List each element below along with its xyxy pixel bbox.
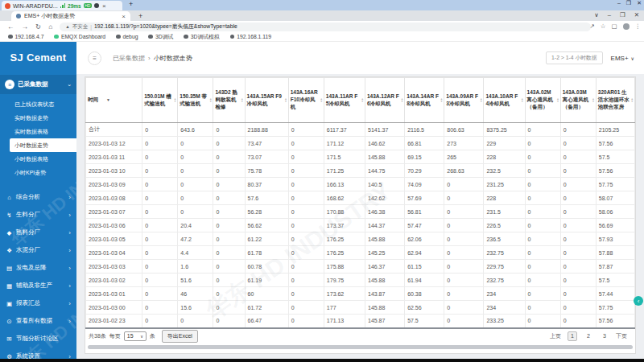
column-header[interactable]: 143D2 熟料散装机检修▲▼	[213, 78, 245, 123]
tab-favicon	[16, 14, 21, 19]
column-header[interactable]: 143A.16AR F10冷却风机▲▼	[288, 78, 324, 123]
cell-value: 232.75	[484, 246, 525, 260]
maximize-icon[interactable]: ❐	[626, 0, 631, 6]
sidebar-item[interactable]: ▦辅助及非生产›	[0, 277, 76, 294]
cell-value: 0	[560, 137, 596, 150]
bookmark-label: EMQX Dashboard	[61, 34, 105, 39]
back-icon[interactable]: ←	[7, 23, 14, 31]
column-header[interactable]: 143A.12AR F6冷却风机▲▼	[365, 78, 404, 123]
chevron-down-icon[interactable]: ∨	[594, 11, 599, 19]
page-button[interactable]: 3	[600, 331, 609, 341]
cell-value: 0	[288, 232, 324, 246]
column-header[interactable]: 320AR01 生活水池循环水池联合泵房▲▼	[596, 78, 634, 123]
bookmark-item[interactable]: 3D调试模拟	[184, 33, 219, 41]
column-header-time[interactable]: 时间▼	[86, 78, 142, 123]
collapse-toggle-button[interactable]: ‹	[634, 296, 643, 306]
minimize-icon[interactable]: –	[608, 11, 611, 19]
sort-icon: ▲▼	[209, 97, 212, 103]
user-menu[interactable]: EMS+ ∨	[611, 55, 634, 62]
bookmark-star-icon[interactable]: ☆	[601, 23, 606, 30]
sidebar-section-collected-data[interactable]: ≡ 已采集数据 ⌄	[0, 75, 76, 94]
bolt-icon: ↯	[6, 212, 13, 219]
sidebar-item[interactable]: ⌂综合分析›	[0, 188, 76, 206]
bookmark-item[interactable]: 192.168.1.119	[230, 34, 271, 39]
hamburger-menu-icon[interactable]: ≡	[88, 51, 101, 65]
column-header[interactable]: 143A.11AR F5冷却风机▲▼	[324, 78, 365, 123]
cell-value: 0	[288, 260, 324, 274]
chevron-right-icon: ›	[68, 247, 71, 254]
close-icon[interactable]: ✕	[637, 0, 642, 6]
cell-value: 61.22	[245, 232, 288, 246]
cell-value: 0	[178, 178, 213, 191]
column-header[interactable]: 143A.10AR F4冷却风机▲▼	[484, 78, 525, 123]
page-button[interactable]: 1	[568, 331, 577, 341]
column-header[interactable]: 143A.15AR F9冷却风机▲▼	[245, 78, 288, 123]
column-label: 143A.11AR F5冷却风机	[326, 93, 363, 108]
remote-desktop-tab[interactable]: WIN-ARADFDU... 29ms HD ×	[2, 1, 122, 10]
breadcrumb-root[interactable]: 已采集数据	[113, 54, 145, 63]
close-icon[interactable]: ✕	[634, 11, 639, 19]
maximize-icon[interactable]: ❐	[620, 11, 625, 19]
bookmarks-bar: 192.168.4.7EMQX Dashboarddebug3D调试3D调试模拟…	[0, 32, 644, 42]
browser-menu-icon[interactable]: ⋮	[635, 23, 642, 30]
windows-taskbar	[0, 359, 644, 362]
cell-value: 0	[142, 150, 178, 164]
bookmark-item[interactable]: 3D调试	[148, 33, 173, 41]
profile-avatar[interactable]	[623, 23, 630, 30]
sidebar-item[interactable]: ↯生料分厂›	[0, 206, 76, 224]
column-header[interactable]: 150.01M 槽式输送机▲▼	[142, 78, 178, 123]
close-session-icon[interactable]: ×	[102, 2, 106, 10]
sidebar-subitem[interactable]: 实时数据表格	[0, 125, 76, 138]
sidebar-subitem[interactable]: 小时数据表格	[0, 152, 76, 166]
sidebar-subitem[interactable]: 小时KPI走势	[0, 166, 76, 179]
sidebar-item[interactable]: ▣报表汇总›	[0, 294, 76, 312]
bookmark-item[interactable]: EMQX Dashboard	[54, 34, 105, 39]
new-tab-button[interactable]: +	[138, 12, 142, 20]
home-icon[interactable]: ⌂	[48, 23, 52, 31]
reload-icon[interactable]: ↻	[35, 23, 41, 31]
page-button[interactable]: 2	[584, 331, 593, 341]
column-header[interactable]: 150.35M 带式输送机▲▼	[178, 78, 213, 123]
sidebar-subitem[interactable]: 小时数据走势	[10, 138, 76, 152]
sidebar-item[interactable]: ▤发电及总降›	[0, 259, 76, 277]
prev-page-button[interactable]: 上页	[550, 332, 561, 340]
sidebar-item[interactable]: ❖水泥分厂›	[0, 241, 76, 259]
url-input[interactable]: ▲ 不安全 | 192.168.1.119/?p=1020&typee=磨头低压…	[60, 23, 591, 31]
cell-value: 0	[560, 191, 596, 205]
new-session-button[interactable]: +	[129, 0, 133, 8]
column-header[interactable]: 143A.14AR F8冷却风机▲▼	[405, 78, 444, 123]
export-excel-button[interactable]: 导出Excel	[162, 330, 198, 343]
close-tab-icon[interactable]: ×	[122, 13, 126, 20]
user-menu-label: EMS+	[611, 55, 629, 62]
bookmark-item[interactable]: 192.168.4.7	[8, 34, 43, 39]
column-header[interactable]: 143A.02M 离心通风机（备用）▲▼	[525, 78, 560, 123]
cell-value: 0	[178, 150, 213, 164]
sort-icon: ▲▼	[556, 97, 559, 103]
sidebar-item[interactable]: ⚙系统设置›	[0, 348, 76, 359]
sidebar-subitem[interactable]: 实时数据走势	[0, 111, 76, 125]
cell-value: 0	[213, 287, 245, 301]
cell-value: 0	[288, 178, 324, 191]
cell-value: 57.5	[405, 315, 444, 328]
sidebar-item[interactable]: ⊙查看所有数据›	[0, 312, 76, 330]
cell-value: 6117.37	[324, 123, 365, 137]
horizontal-scrollbar[interactable]	[88, 345, 633, 349]
cell-value: 0	[213, 123, 245, 137]
sidebar-item[interactable]: ◆熟料分厂›	[0, 224, 76, 241]
forward-icon[interactable]: →	[22, 23, 29, 31]
aux-icon: ▦	[6, 282, 13, 290]
sidebar-subitem[interactable]: 已上线仪表状态	[0, 97, 76, 111]
column-header[interactable]: 143A.09AR F3冷却风机▲▼	[444, 78, 484, 123]
column-header[interactable]: 143A.03M 离心通风机（备用）▲▼	[560, 78, 596, 123]
side-panel-icon[interactable]: ▢	[611, 23, 617, 30]
browser-tab[interactable]: EMS+ 小时数据走势 ×	[11, 11, 130, 21]
range-selector[interactable]: 1-2 > 1-4 小时数据	[546, 51, 602, 64]
next-page-button[interactable]: 下页	[616, 332, 627, 340]
share-icon[interactable]: ↗	[589, 23, 594, 30]
minimize-icon[interactable]: –	[617, 0, 621, 6]
cell-value: 0	[288, 164, 324, 178]
bookmark-item[interactable]: debug	[116, 34, 138, 39]
sidebar-item[interactable]: ✉节能分析讨论区	[0, 330, 76, 348]
page-size-select[interactable]: 15 ∨	[124, 331, 147, 341]
cell-value: 0	[213, 301, 245, 315]
